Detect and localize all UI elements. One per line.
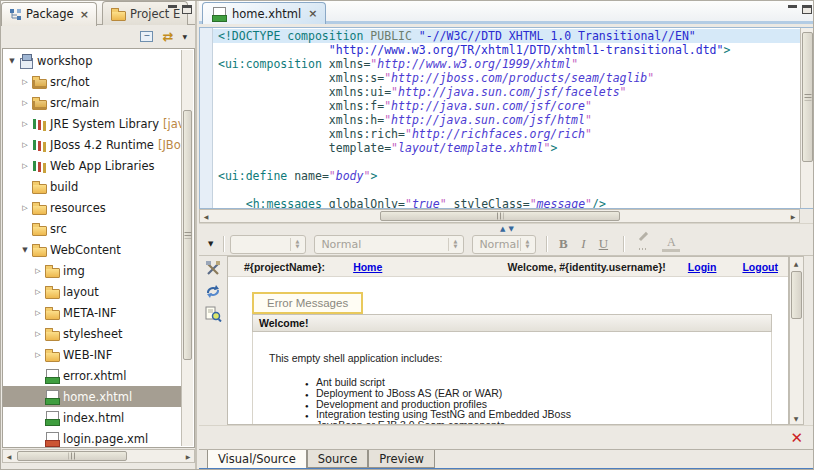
splitter-down-icon[interactable]: ▼ <box>509 225 514 233</box>
refresh-icon[interactable] <box>205 284 221 299</box>
underline-button[interactable]: U <box>593 235 613 254</box>
home-link[interactable]: Home <box>353 261 382 273</box>
close-icon[interactable]: × <box>308 7 317 20</box>
code-line-7[interactable]: xmlns:h="http://java.sun.com/jsf/html" <box>213 113 800 127</box>
tree-item-stylesheet[interactable]: ▷stylesheet <box>3 323 181 344</box>
code-line-3[interactable]: <ui:composition xmlns="http://www.w3.org… <box>213 57 800 71</box>
scroll-left-icon[interactable]: ◀ <box>3 450 15 462</box>
tree-vertical-scrollbar[interactable] <box>181 50 193 446</box>
tree-item-webcontent[interactable]: ▼WebContent <box>3 239 181 260</box>
expand-arrow-icon[interactable]: ▷ <box>32 288 44 296</box>
scroll-right-icon[interactable]: ▶ <box>787 210 799 222</box>
logout-link[interactable]: Logout <box>742 261 778 273</box>
minimize-icon[interactable] <box>788 5 797 14</box>
tree-item-web-inf[interactable]: ▷WEB-INF <box>3 344 181 365</box>
editor-tab-label: home.xhtml <box>232 7 301 21</box>
tree-item-src-hot[interactable]: ▷src/hot <box>3 71 181 92</box>
expand-arrow-icon[interactable]: ▷ <box>19 120 31 128</box>
expand-arrow-icon[interactable]: ▷ <box>19 162 31 170</box>
scroll-down-icon[interactable]: ▼ <box>790 412 802 424</box>
code-line-1[interactable]: <!DOCTYPE composition PUBLIC "-//W3C//DT… <box>213 29 800 43</box>
tree-item-src-main[interactable]: ▷src/main <box>3 92 181 113</box>
tree-item-label: META-INF <box>63 306 117 320</box>
tab-package-explorer[interactable]: Package × <box>1 2 97 26</box>
code-line-6[interactable]: xmlns:f="http://java.sun.com/jsf/core" <box>213 99 800 113</box>
folder-icon <box>31 222 47 236</box>
view-menu-icon[interactable]: ▼ <box>182 33 187 40</box>
preferences-wrench-icon[interactable] <box>205 260 222 277</box>
tab-preview[interactable]: Preview <box>368 450 435 468</box>
expand-arrow-icon[interactable]: ▷ <box>32 330 44 338</box>
tree-item-web-app-libraries[interactable]: ▷Web App Libraries <box>3 155 181 176</box>
tree-item-jboss-4-2-runtime[interactable]: ▷JBoss 4.2 Runtime[JBoss 4. <box>3 134 181 155</box>
expand-arrow-icon[interactable]: ▷ <box>19 204 31 212</box>
page-preview-icon[interactable] <box>205 306 222 322</box>
source-visual-splitter[interactable]: ▲ ▼ <box>199 223 814 233</box>
tree-item-jre-system-library[interactable]: ▷JRE System Library[java-1.5 <box>3 113 181 134</box>
font-family-select[interactable]: ▲▼ <box>230 235 306 254</box>
xml-file-icon <box>44 432 60 446</box>
error-messages-placeholder[interactable]: Error Messages <box>252 292 363 314</box>
code-line-9[interactable]: template="layout/template.xhtml"> <box>213 141 800 155</box>
source-code[interactable]: <!DOCTYPE composition PUBLIC "-//W3C//DT… <box>213 28 800 208</box>
expand-arrow-icon[interactable]: ▷ <box>32 351 44 359</box>
scroll-up-icon[interactable]: ▲ <box>790 257 802 269</box>
highlight-pen-icon[interactable] <box>638 236 656 252</box>
tree-item-workshop[interactable]: ▼workshop <box>3 50 181 71</box>
minimize-icon[interactable] <box>168 5 177 14</box>
source-horizontal-scrollbar[interactable]: ◀ ▶ <box>199 209 800 223</box>
source-ruler <box>200 28 213 208</box>
tree-item-src[interactable]: src <box>3 218 181 239</box>
expand-arrow-icon[interactable]: ▷ <box>19 78 31 86</box>
visual-vertical-scrollbar[interactable]: ▲ ▼ <box>789 256 804 425</box>
tree-item-home-xhtml[interactable]: home.xhtml <box>3 386 181 407</box>
code-line-2[interactable]: "http://www.w3.org/TR/xhtml1/DTD/xhtml1-… <box>213 43 800 57</box>
tree-item-build[interactable]: build <box>3 176 181 197</box>
toolbar-chevron-icon[interactable]: ▼ <box>208 240 213 248</box>
html-file-icon <box>44 411 60 425</box>
error-close-icon[interactable]: ✕ <box>790 429 803 447</box>
font-size-select[interactable]: Normal ▲▼ <box>472 235 536 254</box>
tree-item-img[interactable]: ▷img <box>3 260 181 281</box>
expand-arrow-icon[interactable]: ▷ <box>32 309 44 317</box>
maximize-icon[interactable] <box>802 5 812 14</box>
maximize-icon[interactable] <box>182 5 192 14</box>
tree-horizontal-scrollbar[interactable]: ◀ ▶ <box>2 449 195 463</box>
code-line-8[interactable]: xmlns:rich="http://richfaces.org/rich" <box>213 127 800 141</box>
code-line-13[interactable]: <h:messages globalOnly="true" styleClass… <box>213 197 800 208</box>
block-format-select[interactable]: Normal ▲▼ <box>314 235 464 254</box>
code-line-11[interactable]: <ui:define name="body"> <box>213 169 800 183</box>
tree-item-meta-inf[interactable]: ▷META-INF <box>3 302 181 323</box>
italic-button[interactable]: I <box>573 235 593 254</box>
expand-arrow-icon[interactable]: ▷ <box>19 141 31 149</box>
link-with-editor-icon[interactable]: ⇄ <box>162 30 173 43</box>
html-file-icon <box>44 369 60 383</box>
editor-tab-home-xhtml[interactable]: home.xhtml × <box>202 2 326 24</box>
tree-item-login-page-xml[interactable]: login.page.xml <box>3 428 181 447</box>
expand-arrow-icon[interactable]: ▼ <box>19 246 31 254</box>
tree-item-label: workshop <box>37 54 92 68</box>
scroll-right-icon[interactable]: ▶ <box>182 450 194 462</box>
tab-visual-source[interactable]: Visual/Source <box>207 450 307 469</box>
bold-button[interactable]: B <box>553 235 573 254</box>
code-line-4[interactable]: xmlns:s="http://jboss.com/products/seam/… <box>213 71 800 85</box>
tree-item-index-html[interactable]: index.html <box>3 407 181 428</box>
close-icon[interactable]: × <box>80 8 89 21</box>
tree-item-layout[interactable]: ▷layout <box>3 281 181 302</box>
login-link[interactable]: Login <box>688 261 717 273</box>
tree-item-error-xhtml[interactable]: error.xhtml <box>3 365 181 386</box>
tab-source[interactable]: Source <box>307 450 369 468</box>
code-line-12[interactable] <box>213 183 800 197</box>
splitter-up-icon[interactable]: ▲ <box>500 225 505 233</box>
expand-arrow-icon[interactable]: ▷ <box>19 99 31 107</box>
expand-arrow-icon[interactable]: ▷ <box>32 267 44 275</box>
code-line-5[interactable]: xmlns:ui="http://java.sun.com/jsf/facele… <box>213 85 800 99</box>
collapse-all-icon[interactable]: − <box>140 31 153 42</box>
toolbar-separator <box>623 236 624 252</box>
tree-item-resources[interactable]: ▷resources <box>3 197 181 218</box>
scroll-left-icon[interactable]: ◀ <box>200 210 212 222</box>
expand-arrow-icon[interactable]: ▼ <box>6 57 18 65</box>
font-color-icon[interactable]: A <box>662 236 680 252</box>
source-vertical-scrollbar[interactable] <box>800 28 814 208</box>
code-line-10[interactable] <box>213 155 800 169</box>
